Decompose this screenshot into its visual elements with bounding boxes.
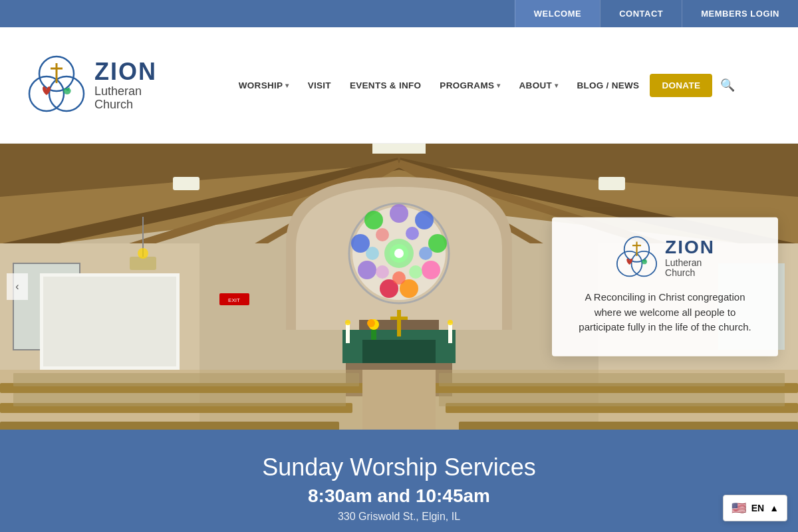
svg-rect-43 [390, 317, 408, 320]
flag-icon: 🇺🇸 [732, 501, 746, 515]
site-header: ZION Lutheran Church WORSHIP ▾ VISIT EVE… [0, 27, 798, 144]
hero-card-logo-text: ZION Lutheran Church [665, 237, 715, 278]
donate-button[interactable]: DONATE [650, 74, 712, 97]
nav-worship[interactable]: WORSHIP ▾ [231, 75, 297, 96]
svg-rect-42 [397, 310, 401, 336]
logo-zion: ZION [94, 59, 157, 85]
svg-rect-44 [346, 323, 350, 343]
worship-title: Sunday Worship Services [13, 454, 785, 481]
svg-rect-72 [43, 277, 176, 366]
svg-point-33 [366, 247, 379, 260]
chevron-down-icon: ▾ [555, 82, 558, 89]
hero-card-lutheran: Lutheran [665, 257, 715, 267]
svg-point-20 [415, 211, 434, 229]
hero-card-logo: ZION Lutheran Church [571, 236, 759, 279]
svg-point-70 [138, 248, 148, 259]
svg-point-46 [345, 320, 350, 325]
svg-point-28 [406, 227, 419, 240]
arrow-left-icon: ‹ [15, 281, 19, 293]
nav-events-info[interactable]: EVENTS & INFO [342, 75, 429, 96]
nav-about[interactable]: ABOUT ▾ [511, 75, 567, 96]
chevron-down-icon: ▾ [497, 82, 500, 89]
chevron-down-icon: ▾ [285, 82, 289, 89]
church-address: 330 Griswold St., Elgin, IL [13, 511, 785, 523]
svg-rect-75 [0, 370, 798, 430]
svg-point-34 [376, 228, 389, 241]
hero-card-zion: ZION [665, 237, 715, 257]
top-bar-nav: WELCOME CONTACT MEMBERS LOGIN [515, 0, 798, 27]
svg-point-37 [394, 249, 404, 258]
hero-logo-icon [615, 236, 658, 279]
svg-point-19 [390, 204, 408, 223]
topbar-welcome[interactable]: WELCOME [515, 0, 600, 27]
svg-rect-67 [372, 144, 426, 154]
logo-lutheran: Lutheran [94, 85, 157, 98]
svg-point-29 [419, 247, 432, 260]
top-bar: WELCOME CONTACT MEMBERS LOGIN [0, 0, 798, 27]
main-nav: WORSHIP ▾ VISIT EVENTS & INFO PROGRAMS ▾… [200, 72, 771, 98]
hero-card-tagline: A Reconciling in Christ congregation whe… [571, 290, 759, 335]
nav-visit[interactable]: VISIT [300, 75, 339, 96]
svg-rect-45 [448, 323, 452, 343]
site-logo[interactable]: ZION Lutheran Church [27, 55, 200, 115]
search-icon: 🔍 [720, 78, 735, 92]
hero-card-church: Church [665, 268, 715, 278]
hero-overlay-card: ZION Lutheran Church A Reconciling in Ch… [552, 217, 778, 356]
logo-text: ZION Lutheran Church [94, 59, 157, 111]
nav-blog-news[interactable]: BLOG / NEWS [569, 75, 647, 96]
svg-point-30 [409, 265, 422, 279]
svg-point-31 [392, 271, 406, 285]
svg-rect-41 [362, 340, 436, 363]
svg-point-27 [364, 211, 383, 229]
chevron-down-icon: ▲ [769, 503, 779, 513]
svg-point-47 [448, 320, 453, 325]
info-section: Sunday Worship Services 8:30am and 10:45… [0, 430, 798, 532]
svg-text:EXIT: EXIT [228, 297, 240, 303]
nav-programs[interactable]: PROGRAMS ▾ [432, 75, 508, 96]
language-selector[interactable]: 🇺🇸 EN ▲ [723, 495, 787, 521]
svg-point-50 [367, 319, 375, 327]
logo-church: Church [94, 98, 157, 112]
hero-section: EXIT ‹ ZION Lutheran Church [0, 144, 798, 430]
svg-point-25 [358, 261, 376, 279]
search-button[interactable]: 🔍 [715, 72, 740, 98]
svg-point-32 [376, 265, 389, 279]
language-code: EN [751, 503, 764, 513]
prev-slide-button[interactable]: ‹ [7, 273, 28, 300]
svg-rect-66 [598, 177, 625, 190]
topbar-members-login[interactable]: MEMBERS LOGIN [682, 0, 798, 27]
svg-point-22 [422, 261, 440, 279]
logo-icon [27, 55, 86, 115]
worship-times: 8:30am and 10:45am [13, 485, 785, 507]
svg-rect-65 [173, 177, 200, 190]
topbar-contact[interactable]: CONTACT [600, 0, 682, 27]
